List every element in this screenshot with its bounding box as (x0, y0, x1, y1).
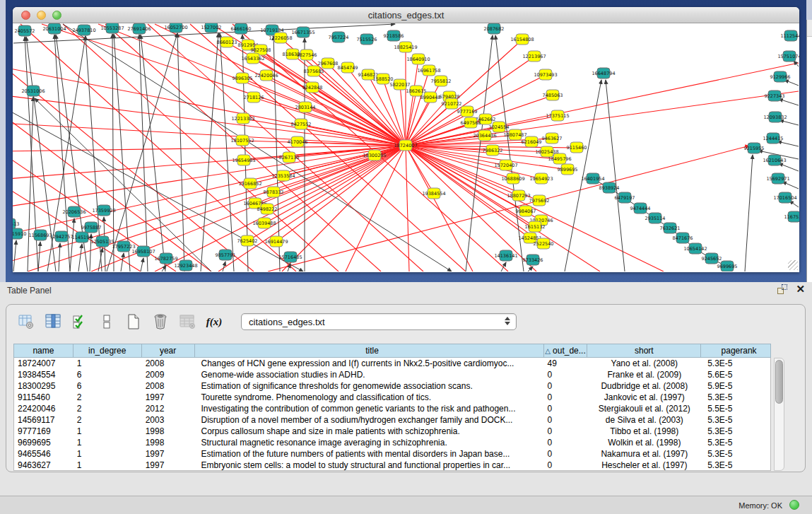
column-header-out-degree[interactable]: △out_de... (544, 344, 588, 357)
graph-node[interactable]: 27691406 (127, 23, 151, 34)
graph-node[interactable]: 8427552 (291, 119, 312, 129)
function-builder-button[interactable]: f(x) (204, 312, 224, 332)
vertical-scrollbar[interactable] (774, 358, 784, 471)
scrollbar-thumb[interactable] (775, 360, 783, 404)
graph-node[interactable]: 15751074 (777, 51, 799, 62)
graph-node[interactable]: 19166852 (238, 178, 261, 189)
table-row[interactable]: 969969511998Structural magnetic resonanc… (14, 437, 770, 448)
graph-node[interactable]: 10553287 (100, 23, 124, 33)
graph-node[interactable]: 24937810 (72, 25, 95, 35)
graph-node[interactable]: 9115460 (567, 142, 587, 153)
graph-node[interactable]: 10654142 (683, 243, 707, 254)
graph-node[interactable]: 7955812 (431, 76, 452, 86)
column-header-year[interactable]: year (142, 344, 195, 357)
graph-node[interactable]: 11568693 (28, 230, 52, 240)
column-header-title[interactable]: title (195, 344, 544, 357)
float-panel-icon[interactable] (777, 284, 787, 294)
delete-column-button[interactable] (151, 312, 170, 332)
graph-node[interactable]: 2935114 (645, 213, 666, 223)
graph-node[interactable]: 8267130 (279, 152, 300, 163)
table-row[interactable]: 1872400712008Changes of HCN gene express… (14, 358, 770, 369)
graph-node[interactable]: 16052700 (164, 23, 187, 33)
table-row[interactable]: 946362711997Embryonic stem cells: a mode… (14, 460, 770, 471)
graph-node[interactable]: 8375685 (304, 66, 324, 76)
table-row[interactable]: 2242004622012Investigating the contribut… (14, 403, 770, 414)
graph-node[interactable]: 12213382 (231, 113, 254, 124)
graph-node[interactable]: 1350513 (13, 218, 19, 229)
graph-node[interactable]: 12353584 (271, 170, 295, 181)
graph-node[interactable]: 1527002 (201, 23, 222, 33)
graph-node[interactable]: 16648794 (592, 68, 615, 78)
close-panel-icon[interactable]: ✕ (796, 284, 805, 294)
graph-node[interactable]: 12093832 (763, 112, 787, 122)
column-header-in-degree[interactable]: in_degree (73, 344, 142, 357)
graph-node[interactable]: 18807293 (507, 190, 530, 201)
select-column-button[interactable] (43, 312, 63, 332)
graph-node[interactable]: 20531006 (21, 86, 45, 96)
graph-node[interactable]: 1167533 (784, 211, 799, 222)
table-row[interactable]: 1456911722003Disruption of a novel membe… (14, 414, 770, 426)
window-titlebar[interactable]: citations_edges.txt (13, 7, 799, 23)
combobox-stepper-icon[interactable] (505, 317, 510, 325)
graph-node[interactable]: 9899695 (558, 164, 578, 175)
graph-node[interactable]: 2087682 (484, 23, 505, 34)
network-canvas[interactable]: 2405572206310042493781010553287276914061… (13, 23, 799, 271)
graph-node[interactable]: 19654985 (232, 155, 255, 165)
graph-node[interactable]: 17359928 (92, 205, 115, 216)
graph-node[interactable]: 3915910 (13, 228, 26, 239)
graph-node[interactable]: 7975692 (529, 195, 550, 206)
graph-node[interactable]: 1145194 (72, 232, 93, 243)
graph-node[interactable]: 6216049 (522, 136, 542, 147)
network-canvas-svg[interactable]: 2405572206310042493781010553287276914061… (13, 23, 799, 271)
graph-node[interactable]: 9699695 (717, 261, 738, 271)
table-selector-combobox[interactable]: citations_edges.txt (241, 313, 517, 330)
column-header-pagerank[interactable]: pagerank (701, 344, 770, 357)
new-column-button[interactable] (124, 312, 143, 332)
column-header-short[interactable]: short (587, 344, 701, 357)
graph-node[interactable]: 9463627 (542, 133, 563, 144)
graph-node[interactable]: 10688609 (501, 173, 524, 184)
table-row[interactable]: 977716911998Corpus callosum shape and si… (14, 426, 770, 437)
graph-node[interactable]: 7957224 (329, 32, 349, 42)
graph-node[interactable]: 9218586 (384, 30, 404, 41)
table-settings-button[interactable] (16, 312, 36, 332)
graph-node[interactable]: 9215955 (744, 143, 765, 153)
graph-node[interactable]: 7485063 (543, 90, 563, 100)
graph-node[interactable]: 12505135 (90, 236, 114, 247)
graph-node[interactable]: 15716485 (278, 252, 302, 262)
graph-node[interactable]: 8454749 (338, 62, 358, 73)
graph-node[interactable]: 15692971 (766, 173, 789, 184)
delete-table-button-disabled[interactable] (177, 312, 197, 332)
table-body[interactable]: 1872400712008Changes of HCN gene express… (13, 358, 771, 471)
column-header-name[interactable]: name (14, 344, 73, 357)
graph-node[interactable]: 9474444 (630, 203, 651, 214)
graph-node[interactable]: 16210643 (763, 155, 786, 165)
unselect-all-button[interactable] (97, 312, 117, 332)
graph-node[interactable]: 7515526 (357, 34, 377, 45)
graph-node[interactable]: 2967608 (318, 58, 339, 69)
graph-node[interactable]: 18640910 (406, 54, 430, 64)
graph-node[interactable]: 2718126 (244, 92, 264, 103)
graph-node[interactable]: 9227343 (765, 90, 785, 101)
table-row[interactable]: 1830029562008Estimation of significance … (14, 380, 770, 392)
graph-node[interactable]: 12923448 (174, 260, 197, 271)
graph-node[interactable]: 14136141 (494, 250, 517, 261)
graph-node[interactable]: 9733426 (523, 255, 543, 265)
graph-node[interactable]: 17016504 (773, 192, 796, 203)
graph-node[interactable]: 16401954 (581, 173, 604, 184)
table-row[interactable]: 1938455462009Genome-wide association stu… (14, 369, 770, 380)
resize-grip-icon[interactable] (788, 260, 798, 270)
table-row[interactable]: 946554611997Estimation of the future num… (14, 448, 770, 460)
graph-node[interactable]: 1112544 (781, 30, 799, 41)
graph-node[interactable]: 19654923 (529, 173, 553, 184)
select-all-button[interactable] (70, 312, 90, 332)
graph-node[interactable]: 18825419 (394, 42, 417, 52)
graph-node[interactable]: 12213967 (522, 51, 546, 62)
table-row[interactable]: 911546021997Tourette syndrome. Phenomeno… (14, 392, 770, 403)
graph-node[interactable]: 8471676 (673, 233, 693, 243)
graph-node[interactable]: 9129966 (770, 71, 791, 82)
graph-node[interactable]: 16961758 (417, 65, 440, 76)
graph-node[interactable]: 10973493 (534, 69, 557, 80)
graph-node[interactable]: 20631004 (42, 23, 66, 34)
graph-node[interactable]: 7632621 (660, 223, 681, 233)
